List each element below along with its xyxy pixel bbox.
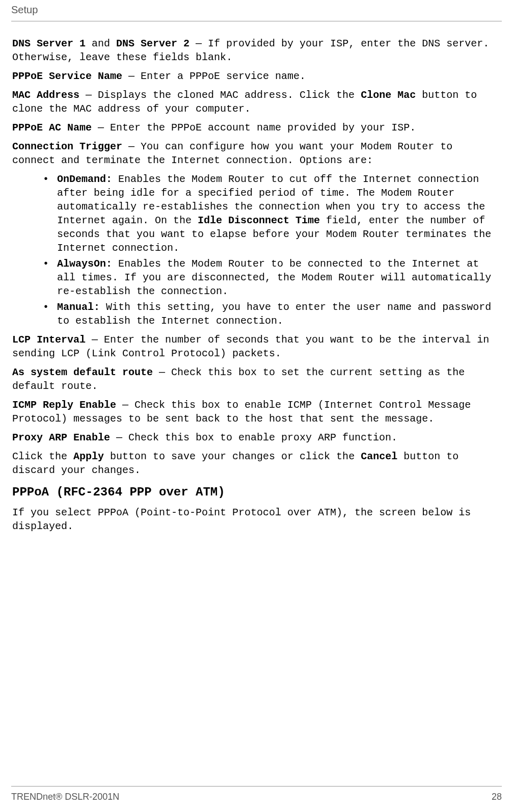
paragraph-apply-cancel: Click the Apply button to save your chan…	[12, 450, 501, 477]
paragraph-pppoe-service: PPPoE Service Name — Enter a PPPoE servi…	[12, 69, 501, 83]
header-title: Setup	[11, 4, 38, 15]
term-mac: MAC Address	[12, 89, 79, 101]
page-footer: TRENDnet® DSLR-2001N 28	[11, 786, 502, 803]
page-content: DNS Server 1 and DNS Server 2 — If provi…	[11, 37, 502, 533]
term-default-route: As system default route	[12, 366, 153, 378]
text: and	[86, 38, 116, 49]
section-heading-pppoa: PPPoA (RFC-2364 PPP over ATM)	[12, 484, 501, 501]
term-dns1: DNS Server 1	[12, 38, 86, 49]
trigger-options-list: OnDemand: Enables the Modem Router to cu…	[12, 172, 501, 328]
term-dns2: DNS Server 2	[116, 38, 190, 49]
paragraph-dns: DNS Server 1 and DNS Server 2 — If provi…	[12, 37, 501, 64]
term-pppoe-ac: PPPoE AC Name	[12, 122, 92, 134]
term-alwayson: AlwaysOn:	[57, 258, 112, 270]
paragraph-default-route: As system default route — Check this box…	[12, 365, 501, 393]
term-idle-disconnect: Idle Disconnect Time	[198, 215, 320, 226]
paragraph-proxy-arp: Proxy ARP Enable — Check this box to ena…	[12, 431, 501, 444]
list-item-manual: Manual: With this setting, you have to e…	[43, 300, 501, 328]
paragraph-icmp: ICMP Reply Enable — Check this box to en…	[12, 398, 501, 426]
term-manual: Manual:	[57, 301, 100, 313]
term-pppoe-service: PPPoE Service Name	[12, 70, 122, 82]
list-item-ondemand: OnDemand: Enables the Modem Router to cu…	[43, 172, 501, 255]
term-lcp: LCP Interval	[12, 334, 86, 346]
footer-page-number: 28	[492, 791, 502, 803]
term-connection-trigger: Connection Trigger	[12, 141, 122, 152]
list-item-alwayson: AlwaysOn: Enables the Modem Router to be…	[43, 257, 501, 298]
term-clone-mac: Clone Mac	[361, 89, 416, 101]
paragraph-connection-trigger: Connection Trigger — You can configure h…	[12, 140, 501, 167]
term-cancel: Cancel	[361, 451, 397, 462]
term-icmp: ICMP Reply Enable	[12, 399, 116, 411]
text: button to save your changes or click the	[104, 451, 361, 462]
footer-product: TRENDnet® DSLR-2001N	[11, 791, 119, 803]
text: Click the	[12, 451, 73, 462]
paragraph-mac: MAC Address — Displays the cloned MAC ad…	[12, 88, 501, 116]
paragraph-lcp: LCP Interval — Enter the number of secon…	[12, 333, 501, 360]
text: — Check this box to enable proxy ARP fun…	[110, 432, 397, 443]
text: Enables the Modem Router to be connected…	[57, 258, 491, 297]
text: With this setting, you have to enter the…	[57, 301, 491, 327]
text: — Enter the PPPoE account name provided …	[92, 122, 416, 134]
term-ondemand: OnDemand:	[57, 173, 112, 185]
term-apply: Apply	[73, 451, 104, 462]
text: — Enter a PPPoE service name.	[122, 70, 306, 82]
page-header: Setup	[11, 0, 502, 21]
paragraph-pppoe-ac: PPPoE AC Name — Enter the PPPoE account …	[12, 121, 501, 135]
term-proxy-arp: Proxy ARP Enable	[12, 432, 110, 443]
text: — Displays the cloned MAC address. Click…	[79, 89, 361, 101]
paragraph-pppoa-intro: If you select PPPoA (Point-to-Point Prot…	[12, 506, 501, 533]
